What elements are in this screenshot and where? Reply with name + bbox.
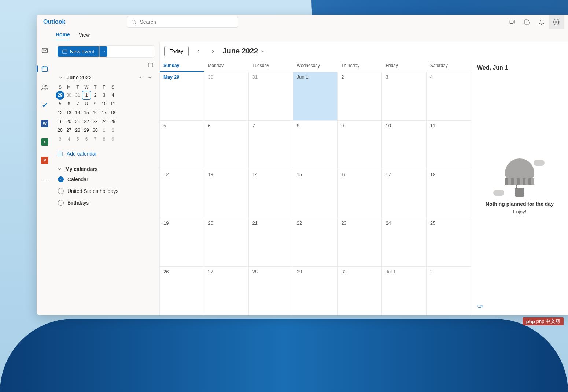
rail-excel[interactable]: X [37,136,53,148]
mini-cal-day[interactable]: 7 [73,100,82,108]
settings-button[interactable] [549,15,564,29]
mini-cal-day[interactable]: 3 [100,91,108,100]
day-cell[interactable]: 30 [204,72,248,120]
rail-more[interactable]: ⋯ [37,173,53,184]
day-cell[interactable]: 4 [427,72,471,120]
rail-people[interactable] [37,81,53,93]
day-cell[interactable]: 19 [160,218,204,266]
mini-cal-day[interactable]: 4 [64,135,73,143]
day-cell[interactable]: Jun 1 [293,72,338,120]
rail-powerpoint[interactable]: P [37,154,53,166]
mini-cal-day[interactable]: 25 [108,117,117,126]
my-day-button[interactable] [520,15,534,29]
day-cell[interactable]: 15 [293,169,338,218]
day-cell[interactable]: 17 [382,169,426,218]
mini-cal-day[interactable]: 6 [64,100,73,108]
mini-cal-day[interactable]: 5 [56,100,64,108]
calendar-checkbox[interactable] [58,200,64,206]
agenda-icon[interactable] [477,304,483,309]
day-cell[interactable]: 24 [382,218,426,266]
rail-todo[interactable] [37,100,53,111]
day-cell[interactable]: May 29 [160,72,204,120]
day-cell[interactable]: 3 [382,72,426,120]
mini-cal-day[interactable]: 20 [64,117,73,126]
day-cell[interactable]: 7 [249,121,293,169]
mini-cal-day[interactable]: 8 [100,135,108,143]
notifications-button[interactable] [534,15,549,29]
day-cell[interactable]: 2 [427,267,471,315]
mini-cal-day[interactable]: 7 [91,135,100,143]
meet-now-button[interactable] [505,15,520,29]
mini-cal-day[interactable]: 3 [56,135,64,143]
mini-cal-prev[interactable] [137,74,144,81]
rail-mail[interactable] [37,45,53,56]
tab-view[interactable]: View [79,32,90,40]
day-cell[interactable]: 11 [427,121,471,169]
mini-cal-day[interactable]: 1 [82,91,91,100]
day-cell[interactable]: 9 [338,121,382,169]
search-box[interactable] [127,16,238,28]
day-cell[interactable]: 16 [338,169,382,218]
mini-cal-day[interactable]: 10 [100,100,108,108]
day-cell[interactable]: 20 [204,218,248,266]
mini-cal-day[interactable]: 31 [73,91,82,100]
day-cell[interactable]: 5 [160,121,204,169]
rail-calendar[interactable] [37,63,53,75]
mini-cal-day[interactable]: 22 [82,117,91,126]
mini-cal-day[interactable]: 26 [56,126,64,135]
my-calendars-toggle[interactable]: My calendars [57,165,154,173]
next-month-button[interactable] [208,46,218,56]
calendar-title[interactable]: June 2022 [222,47,265,55]
mini-cal-day[interactable]: 11 [108,100,117,108]
new-event-dropdown[interactable] [99,46,107,57]
day-cell[interactable]: 22 [293,218,338,266]
day-cell[interactable]: 29 [293,267,338,315]
mini-cal-day[interactable]: 29 [56,91,64,100]
day-cell[interactable]: 2 [338,72,382,120]
rail-word[interactable]: W [37,118,53,130]
mini-cal-day[interactable]: 29 [82,126,91,135]
mini-cal-day[interactable]: 21 [73,117,82,126]
day-cell[interactable]: 18 [427,169,471,218]
mini-cal-day[interactable]: 17 [100,108,108,117]
mini-cal-day[interactable]: 15 [82,108,91,117]
mini-cal-day[interactable]: 23 [91,117,100,126]
calendar-list-item[interactable]: Birthdays [57,197,154,209]
mini-cal-next[interactable] [146,74,154,81]
tab-home[interactable]: Home [56,31,70,40]
day-cell[interactable]: 6 [204,121,248,169]
collapse-panel-button[interactable] [148,62,154,70]
mini-cal-day[interactable]: 5 [73,135,82,143]
mini-cal-day[interactable]: 8 [82,100,91,108]
day-cell[interactable]: 21 [249,218,293,266]
day-cell[interactable]: Jul 1 [382,267,426,315]
mini-cal-day[interactable]: 18 [108,108,117,117]
mini-cal-day[interactable]: 27 [64,126,73,135]
day-cell[interactable]: 27 [204,267,248,315]
search-input[interactable] [140,19,234,25]
calendar-checkbox[interactable] [58,188,64,194]
day-cell[interactable]: 30 [338,267,382,315]
day-cell[interactable]: 13 [204,169,248,218]
calendar-checkbox[interactable] [58,176,64,182]
prev-month-button[interactable] [193,46,203,56]
day-cell[interactable]: 10 [382,121,426,169]
day-cell[interactable]: 26 [160,267,204,315]
new-event-button[interactable]: New event [58,46,99,57]
mini-cal-day[interactable]: 9 [91,100,100,108]
mini-cal-day[interactable]: 1 [100,126,108,135]
mini-cal-day[interactable]: 13 [64,108,73,117]
mini-cal-day[interactable]: 9 [108,135,117,143]
mini-cal-day[interactable]: 4 [108,91,117,100]
mini-cal-day[interactable]: 24 [100,117,108,126]
mini-cal-day[interactable]: 6 [82,135,91,143]
day-cell[interactable]: 8 [293,121,338,169]
mini-cal-day[interactable]: 2 [91,91,100,100]
add-calendar-button[interactable]: Add calendar [56,148,155,160]
mini-cal-day[interactable]: 30 [64,91,73,100]
mini-cal-day[interactable]: 16 [91,108,100,117]
mini-cal-day[interactable]: 14 [73,108,82,117]
mini-cal-day[interactable]: 28 [73,126,82,135]
today-button[interactable]: Today [164,46,189,56]
calendar-list-item[interactable]: Calendar [57,173,154,185]
